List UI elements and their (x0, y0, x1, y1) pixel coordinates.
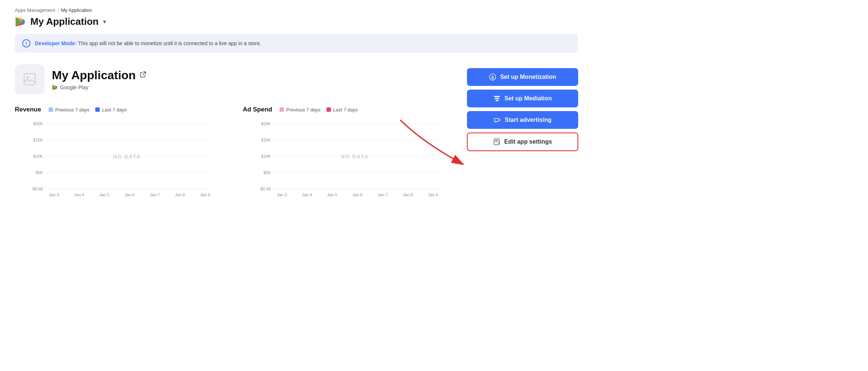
revenue-chart-header: Revenue Previous 7 days Last 7 days (15, 106, 228, 113)
svg-rect-50 (495, 98, 499, 99)
app-store-row: Google Play (52, 84, 147, 90)
svg-text:Jan 4: Jan 4 (302, 193, 312, 197)
adspend-chart-title: Ad Spend (243, 106, 272, 113)
charts-row: Revenue Previous 7 days Last 7 days (15, 106, 456, 201)
adspend-chart-container: Ad Spend Previous 7 days Last 7 days (243, 106, 456, 201)
svg-text:Jan 9: Jan 9 (200, 193, 210, 197)
revenue-chart-container: Revenue Previous 7 days Last 7 days (15, 106, 228, 201)
image-placeholder-icon (23, 73, 36, 86)
svg-text:Jan 6: Jan 6 (125, 193, 135, 197)
start-advertising-button[interactable]: Start advertising (467, 111, 578, 129)
adspend-chart-svg: $20K $15K $10K $5K $0.00 (243, 118, 456, 200)
svg-text:$5K: $5K (36, 170, 43, 175)
info-icon: ! (22, 39, 30, 47)
svg-point-5 (27, 76, 29, 78)
dropdown-arrow-icon[interactable]: ▾ (103, 18, 106, 25)
app-title: My Application (30, 16, 99, 27)
svg-text:$20K: $20K (261, 121, 271, 126)
svg-text:Jan 8: Jan 8 (175, 193, 185, 197)
svg-text:Jan 9: Jan 9 (428, 193, 438, 197)
svg-text:$0.00: $0.00 (261, 187, 271, 191)
advertising-icon (494, 116, 501, 124)
sidebar: $ Set up Monetization Set up Mediation (467, 64, 578, 151)
breadcrumb-current: My Application (61, 7, 92, 13)
content-area: My Application (15, 64, 456, 201)
svg-text:Jan 3: Jan 3 (277, 193, 287, 197)
svg-rect-52 (494, 139, 499, 145)
app-name-row: My Application (52, 68, 147, 82)
app-store-label: Google Play (60, 84, 88, 90)
adspend-chart-svg-wrapper: $20K $15K $10K $5K $0.00 (243, 118, 456, 201)
breadcrumb: Apps Management / My Application (15, 7, 578, 13)
revenue-legend-prev: Previous 7 days (49, 107, 90, 113)
edit-app-settings-button[interactable]: Edit app settings (467, 133, 578, 151)
developer-mode-banner: ! Developer Mode: This app will not be a… (15, 34, 578, 53)
svg-text:$15K: $15K (261, 138, 271, 142)
svg-text:$10K: $10K (33, 154, 43, 158)
breadcrumb-parent[interactable]: Apps Management (15, 7, 55, 13)
dev-banner-bold: Developer Mode: (35, 40, 77, 46)
svg-text:$20K: $20K (33, 121, 43, 126)
svg-text:Jan 7: Jan 7 (378, 193, 388, 197)
dev-banner-text: Developer Mode: This app will not be abl… (35, 40, 261, 46)
adspend-chart-header: Ad Spend Previous 7 days Last 7 days (243, 106, 456, 113)
svg-text:$5K: $5K (264, 170, 271, 175)
app-header: My Application ▾ (15, 16, 578, 27)
monetization-icon: $ (489, 73, 496, 81)
revenue-chart-title: Revenue (15, 106, 41, 113)
google-play-icon (15, 16, 26, 27)
dev-banner-message: This app will not be able to monetize un… (77, 40, 261, 46)
svg-text:Jan 5: Jan 5 (327, 193, 337, 197)
svg-text:Jan 8: Jan 8 (403, 193, 413, 197)
svg-text:$15K: $15K (33, 138, 43, 142)
svg-text:$0.00: $0.00 (33, 187, 43, 191)
page-container: Apps Management / My Application My Appl… (0, 0, 593, 216)
revenue-chart-svg-wrapper: $20K $15K $10K $5K $0.00 (15, 118, 228, 201)
svg-rect-4 (24, 74, 35, 85)
app-info-section: My Application (15, 64, 456, 94)
svg-text:NO DATA: NO DATA (113, 154, 141, 160)
svg-text:Jan 3: Jan 3 (49, 193, 59, 197)
svg-rect-49 (494, 96, 500, 97)
mediation-icon (493, 95, 501, 102)
set-up-monetization-button[interactable]: $ Set up Monetization (467, 68, 578, 86)
revenue-legend: Previous 7 days Last 7 days (49, 107, 127, 113)
svg-rect-51 (496, 100, 498, 101)
svg-text:Jan 7: Jan 7 (150, 193, 160, 197)
set-up-mediation-button[interactable]: Set up Mediation (467, 90, 578, 107)
svg-text:$: $ (491, 75, 494, 80)
revenue-last-dot (95, 107, 100, 112)
edit-settings-icon (493, 138, 501, 146)
svg-text:Jan 4: Jan 4 (74, 193, 84, 197)
external-link-icon[interactable] (139, 71, 147, 80)
adspend-legend-last: Last 7 days (327, 107, 358, 113)
adspend-prev-dot (279, 107, 284, 112)
adspend-legend-prev: Previous 7 days (279, 107, 321, 113)
sidebar-area: $ Set up Monetization Set up Mediation (467, 64, 578, 151)
adspend-legend: Previous 7 days Last 7 days (279, 107, 358, 113)
svg-text:$10K: $10K (261, 154, 271, 158)
adspend-last-dot (327, 107, 331, 112)
svg-text:NO DATA: NO DATA (341, 154, 369, 160)
svg-text:Jan 5: Jan 5 (99, 193, 109, 197)
breadcrumb-separator: / (57, 7, 59, 13)
revenue-chart-svg: $20K $15K $10K $5K $0.00 (15, 118, 228, 200)
google-play-small-icon (52, 84, 58, 90)
revenue-legend-last: Last 7 days (95, 107, 127, 113)
revenue-prev-dot (49, 107, 53, 112)
app-icon-placeholder (15, 64, 44, 94)
svg-text:Jan 6: Jan 6 (352, 193, 362, 197)
app-name-title: My Application (52, 68, 136, 82)
app-name-section: My Application (52, 68, 147, 90)
